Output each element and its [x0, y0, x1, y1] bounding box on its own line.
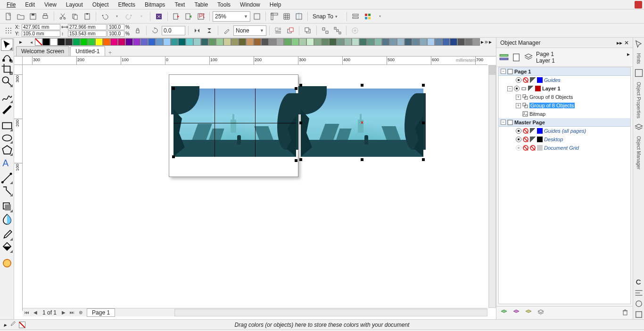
dock-align-icon[interactable] — [634, 288, 644, 298]
pick-tool[interactable] — [1, 39, 13, 51]
layer-color-icon[interactable] — [537, 128, 543, 134]
import-button[interactable] — [171, 11, 182, 22]
page-prev[interactable]: ◀ — [31, 310, 40, 315]
color-swatch[interactable] — [374, 38, 382, 46]
new-layer-button[interactable] — [500, 308, 508, 317]
color-swatch[interactable] — [306, 38, 314, 46]
layer-color-icon[interactable] — [537, 145, 543, 151]
dock-char-icon[interactable]: C — [634, 277, 644, 287]
palette-menu[interactable]: ▸ — [489, 39, 492, 45]
horizontal-scrollbar[interactable] — [174, 309, 487, 316]
redo-button[interactable] — [124, 11, 135, 22]
color-swatch[interactable] — [427, 38, 435, 46]
menu-window[interactable]: Window — [235, 0, 265, 9]
new-doc-button[interactable] — [3, 11, 14, 22]
move-to-layer-button[interactable] — [537, 308, 545, 317]
drop-shadow-tool[interactable] — [1, 201, 13, 213]
doc-palette-flyout[interactable]: ▸ — [4, 322, 7, 328]
color-swatch[interactable] — [231, 38, 239, 46]
tree-docgrid[interactable]: Document Grid — [544, 145, 579, 151]
x-input[interactable] — [22, 24, 60, 30]
menu-bitmaps[interactable]: Bitmaps — [140, 0, 170, 9]
color-swatch[interactable] — [450, 38, 457, 46]
color-swatch[interactable] — [186, 38, 193, 46]
color-swatch[interactable] — [133, 38, 140, 46]
page-first[interactable]: ⏮ — [23, 310, 31, 315]
menu-object[interactable]: Object — [88, 0, 114, 9]
polygon-tool[interactable] — [1, 144, 13, 156]
color-swatch[interactable] — [261, 38, 269, 46]
vertical-ruler[interactable]: 300200100 — [14, 65, 23, 311]
color-swatch[interactable] — [344, 38, 352, 46]
app-launcher-button[interactable] — [362, 11, 373, 22]
ruler-origin[interactable] — [14, 57, 23, 65]
color-swatch[interactable] — [95, 38, 103, 46]
current-page-label[interactable]: Page 1 — [536, 51, 554, 57]
color-swatch[interactable] — [216, 38, 223, 46]
edit-icon[interactable] — [530, 137, 536, 142]
color-swatch[interactable] — [239, 38, 246, 46]
export-button[interactable] — [183, 11, 194, 22]
color-swatch[interactable] — [457, 38, 465, 46]
palette-flyout[interactable]: ▸ — [14, 39, 27, 45]
layer-color-icon[interactable] — [537, 77, 543, 83]
show-guides-button[interactable] — [293, 11, 305, 22]
edit-icon[interactable] — [528, 86, 534, 91]
visibility-icon[interactable] — [514, 86, 520, 91]
artistic-media-tool[interactable] — [1, 104, 13, 116]
page-add[interactable]: ⊕ — [76, 310, 85, 315]
color-swatch[interactable] — [148, 38, 156, 46]
page-tab[interactable]: Page 1 — [87, 308, 115, 317]
dock-color-icon[interactable] — [634, 299, 644, 308]
sy-input[interactable] — [107, 31, 124, 37]
color-swatch[interactable] — [140, 38, 148, 46]
fullscreen-button[interactable] — [251, 11, 263, 22]
tab-welcome[interactable]: Welcome Screen — [16, 46, 69, 56]
outline-width-combo[interactable]: None▼ — [233, 25, 266, 36]
save-button[interactable] — [27, 11, 39, 22]
doc-palette-none[interactable] — [19, 322, 25, 328]
tree-guides[interactable]: Guides — [544, 77, 561, 83]
tree-toggle[interactable]: − — [501, 120, 506, 125]
color-swatch[interactable] — [58, 38, 65, 46]
page-next[interactable]: ▶ — [59, 310, 68, 315]
show-rulers-button[interactable] — [269, 11, 280, 22]
menu-edit[interactable]: Edit — [20, 0, 40, 9]
color-swatch[interactable] — [276, 38, 284, 46]
launcher-dropdown[interactable]: ▾ — [374, 11, 386, 22]
color-swatch[interactable] — [337, 38, 344, 46]
new-master-layer-button[interactable] — [512, 308, 520, 317]
rectangle-tool[interactable] — [1, 120, 13, 132]
vertical-scrollbar[interactable] — [488, 65, 496, 308]
visibility-icon[interactable] — [516, 128, 521, 134]
tree-toggle[interactable]: + — [516, 103, 521, 108]
edit-icon[interactable] — [530, 77, 536, 83]
transparency-tool[interactable] — [1, 213, 13, 225]
front-of-layer-button[interactable] — [285, 25, 296, 36]
current-layer-label[interactable]: Layer 1 — [536, 57, 630, 64]
palette-right[interactable]: ▸ — [481, 39, 484, 45]
copy-button[interactable] — [69, 11, 81, 22]
add-preset-button[interactable] — [349, 25, 361, 36]
menu-table[interactable]: Table — [190, 0, 213, 9]
tree-layer1[interactable]: Layer 1 — [542, 86, 561, 91]
color-swatch[interactable] — [223, 38, 231, 46]
color-swatch[interactable] — [50, 38, 58, 46]
menu-view[interactable]: View — [40, 0, 61, 9]
show-grid-button[interactable] — [281, 11, 292, 22]
object-properties-tab[interactable]: Object Properties — [635, 79, 642, 121]
color-swatch[interactable] — [80, 38, 88, 46]
snap-to-combo[interactable]: Snap To▾ — [311, 11, 344, 22]
visibility-off-icon[interactable] — [516, 145, 521, 151]
lock-ratio-button[interactable] — [132, 25, 143, 36]
page-view-icon[interactable] — [512, 53, 521, 62]
redo-dropdown[interactable]: ▾ — [136, 11, 147, 22]
dock-mgr-icon[interactable] — [634, 122, 644, 132]
menu-layout[interactable]: Layout — [61, 0, 88, 9]
document-palette[interactable]: ▸ Drag colors (or objects) here to store… — [0, 319, 644, 330]
dock-props-icon[interactable] — [634, 68, 644, 78]
color-swatch[interactable] — [171, 38, 178, 46]
connector-tool[interactable] — [1, 185, 13, 197]
horizontal-ruler[interactable]: 3002001000100200300400500600700 millimet… — [23, 57, 487, 65]
mirror-v-button[interactable] — [204, 25, 215, 36]
